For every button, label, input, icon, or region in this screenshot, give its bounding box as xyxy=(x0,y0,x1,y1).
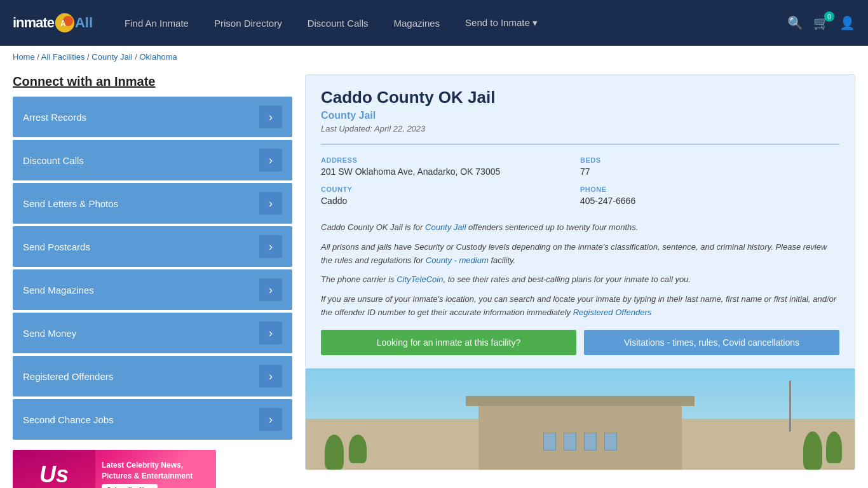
logo-icon: A xyxy=(55,13,74,32)
main-header: inmate A All Find An Inmate Prison Direc… xyxy=(0,0,868,46)
breadcrumb: Home / All Facilities / County Jail / Ok… xyxy=(0,46,868,68)
sidebar-item-label-registered-offenders: Registered Offenders xyxy=(23,371,113,382)
breadcrumb-all-facilities[interactable]: All Facilities xyxy=(41,52,85,62)
sidebar-item-label-arrest-records: Arrest Records xyxy=(23,112,86,123)
county-value: Caddo xyxy=(321,196,580,206)
address-label: ADDRESS xyxy=(321,156,580,164)
facility-desc-3: The phone carrier is CityTeleCoin, to se… xyxy=(321,273,839,287)
sidebar-item-send-magazines[interactable]: Send Magazines › xyxy=(13,269,292,310)
county-cell: COUNTY Caddo xyxy=(321,183,580,212)
cart-badge: 0 xyxy=(824,11,834,22)
sidebar-item-discount-calls[interactable]: Discount Calls › xyxy=(13,140,292,180)
arrow-icon-send-magazines: › xyxy=(259,278,282,301)
header-icons: 🔍 🛒 0 👤 xyxy=(787,15,855,30)
ad-brand: Us xyxy=(39,463,69,486)
nav-magazines[interactable]: Magazines xyxy=(381,0,453,46)
sidebar-item-label-send-letters: Send Letters & Photos xyxy=(23,198,118,209)
address-value: 201 SW Oklahoma Ave, Anadarko, OK 73005 xyxy=(321,166,580,177)
content-area: Caddo County OK Jail County Jail Last Up… xyxy=(305,74,855,488)
nav-prison-directory[interactable]: Prison Directory xyxy=(201,0,295,46)
facility-desc-2: All prisons and jails have Security or C… xyxy=(321,241,839,268)
facility-image xyxy=(305,369,855,470)
facility-updated: Last Updated: April 22, 2023 xyxy=(321,124,839,133)
phone-label: PHONE xyxy=(580,186,839,193)
arrow-icon-send-postcards: › xyxy=(259,235,282,258)
arrow-icon-arrest-records: › xyxy=(259,105,282,128)
sidebar-item-registered-offenders[interactable]: Registered Offenders › xyxy=(13,356,292,396)
visitations-button[interactable]: Visitations - times, rules, Covid cancel… xyxy=(584,330,839,355)
sidebar-item-label-send-postcards: Send Postcards xyxy=(23,241,90,252)
nav-find-inmate[interactable]: Find An Inmate xyxy=(112,0,201,46)
county-medium-link[interactable]: County - medium xyxy=(426,255,489,265)
facility-name: Caddo County OK Jail xyxy=(321,88,839,107)
main-nav: Find An Inmate Prison Directory Discount… xyxy=(112,0,787,46)
arrow-icon-send-money: › xyxy=(259,322,282,344)
facility-card: Caddo County OK Jail County Jail Last Up… xyxy=(305,74,855,369)
address-cell: ADDRESS 201 SW Oklahoma Ave, Anadarko, O… xyxy=(321,154,580,183)
ad-title: Latest Celebrity News, Pictures & Entert… xyxy=(102,460,210,482)
ad-banner[interactable]: Us WEEKLY Latest Celebrity News, Picture… xyxy=(13,450,216,488)
breadcrumb-county-jail[interactable]: County Jail xyxy=(92,52,132,62)
citytelecoin-link[interactable]: CityTeleCoin xyxy=(397,274,443,284)
beds-value: 77 xyxy=(580,166,839,177)
breadcrumb-oklahoma[interactable]: Oklahoma xyxy=(139,52,177,62)
ad-banner-left: Us WEEKLY xyxy=(13,450,95,488)
phone-value: 405-247-6666 xyxy=(580,196,839,206)
sidebar-item-second-chance-jobs[interactable]: Second Chance Jobs › xyxy=(13,399,292,440)
trees-left xyxy=(325,435,367,470)
sidebar-item-label-discount-calls: Discount Calls xyxy=(23,155,84,166)
nav-send-to-inmate[interactable]: Send to Inmate ▾ xyxy=(452,0,550,46)
beds-label: BEDS xyxy=(580,156,839,164)
breadcrumb-home[interactable]: Home xyxy=(13,52,35,62)
arrow-icon-registered-offenders: › xyxy=(259,365,282,388)
logo-all: All xyxy=(75,15,93,31)
arrow-icon-discount-calls: › xyxy=(259,149,282,172)
beds-cell: BEDS 77 xyxy=(580,154,839,183)
registered-offenders-link[interactable]: Registered Offenders xyxy=(573,308,652,317)
facility-info-grid: ADDRESS 201 SW Oklahoma Ave, Anadarko, O… xyxy=(321,144,839,212)
trees xyxy=(803,431,842,470)
facility-type: County Jail xyxy=(321,110,839,121)
cart-icon[interactable]: 🛒 0 xyxy=(813,15,829,30)
sidebar-item-label-second-chance-jobs: Second Chance Jobs xyxy=(23,414,114,425)
sidebar-item-send-postcards[interactable]: Send Postcards › xyxy=(13,226,292,267)
arrow-icon-second-chance-jobs: › xyxy=(259,408,282,431)
main-layout: Connect with an Inmate Arrest Records › … xyxy=(0,68,868,488)
find-inmate-button[interactable]: Looking for an inmate at this facility? xyxy=(321,330,576,355)
sidebar: Connect with an Inmate Arrest Records › … xyxy=(13,74,292,488)
phone-cell: PHONE 405-247-6666 xyxy=(580,183,839,212)
sidebar-item-arrest-records[interactable]: Arrest Records › xyxy=(13,97,292,137)
sidebar-item-label-send-money: Send Money xyxy=(23,328,76,339)
sidebar-item-label-send-magazines: Send Magazines xyxy=(23,285,94,295)
county-jail-link[interactable]: County Jail xyxy=(425,222,466,232)
connect-title: Connect with an Inmate xyxy=(13,74,292,89)
action-buttons: Looking for an inmate at this facility? … xyxy=(321,330,839,355)
sidebar-item-send-money[interactable]: Send Money › xyxy=(13,313,292,353)
search-icon[interactable]: 🔍 xyxy=(787,15,803,30)
facility-desc-4: If you are unsure of your inmate's locat… xyxy=(321,293,839,320)
svg-text:A: A xyxy=(60,19,66,28)
ad-subscribe-button[interactable]: Subscribe Now xyxy=(102,484,158,488)
county-label: COUNTY xyxy=(321,186,580,193)
pole xyxy=(789,381,791,431)
user-icon[interactable]: 👤 xyxy=(839,15,855,30)
nav-discount-calls[interactable]: Discount Calls xyxy=(295,0,381,46)
arrow-icon-send-letters: › xyxy=(259,192,282,215)
logo-text: inmate xyxy=(13,15,54,31)
ad-banner-right: Latest Celebrity News, Pictures & Entert… xyxy=(95,455,216,488)
logo[interactable]: inmate A All xyxy=(13,13,93,32)
sidebar-item-send-letters[interactable]: Send Letters & Photos › xyxy=(13,183,292,224)
facility-desc-1: Caddo County OK Jail is for County Jail … xyxy=(321,221,839,234)
